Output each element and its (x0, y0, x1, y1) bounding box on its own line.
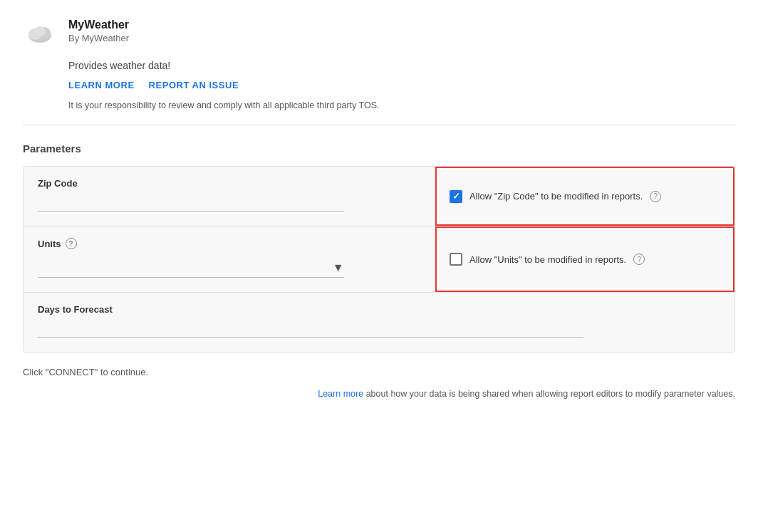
param-row-units: Units ? ▼ ✓ Allow "Units" to be modified… (24, 226, 734, 293)
app-header: MyWeather By MyWeather (23, 17, 735, 51)
units-help-icon[interactable]: ? (66, 238, 77, 249)
zipcode-allow-checkbox[interactable]: ✓ Allow "Zip Code" to be modified in rep… (450, 190, 661, 203)
zipcode-right-help-icon[interactable]: ? (650, 191, 661, 202)
report-issue-link[interactable]: REPORT AN ISSUE (149, 80, 239, 90)
svg-point-3 (34, 26, 46, 36)
checkmark-zipcode: ✓ (452, 192, 460, 201)
footer-note: Learn more about how your data is being … (23, 389, 735, 399)
param-label-zipcode: Zip Code (38, 178, 420, 189)
param-right-zipcode: ✓ Allow "Zip Code" to be modified in rep… (435, 167, 734, 226)
parameters-title: Parameters (23, 142, 735, 155)
param-left-units: Units ? ▼ (24, 226, 435, 292)
param-label-text-zipcode: Zip Code (38, 178, 78, 189)
section-divider (23, 125, 735, 125)
app-info: MyWeather By MyWeather (68, 17, 129, 43)
app-title: MyWeather (68, 17, 129, 33)
tos-text: It is your responsibility to review and … (23, 100, 735, 110)
zipcode-checkbox-box[interactable]: ✓ (450, 190, 462, 203)
param-left-zipcode: Zip Code (24, 167, 435, 226)
param-label-units: Units ? (38, 238, 420, 249)
units-allow-checkbox[interactable]: ✓ Allow "Units" to be modified in report… (450, 253, 645, 266)
dropdown-arrow-units: ▼ (333, 261, 344, 274)
param-right-units: ✓ Allow "Units" to be modified in report… (435, 226, 734, 292)
param-row-days: Days to Forecast (24, 293, 734, 352)
param-label-text-units: Units (38, 239, 61, 249)
days-input[interactable] (38, 323, 583, 338)
learn-more-link[interactable]: LEARN MORE (68, 80, 135, 90)
units-dropdown[interactable]: ▼ (38, 258, 344, 278)
app-description: Provides weather data! (23, 60, 735, 71)
param-label-text-days: Days to Forecast (38, 304, 113, 315)
footer-learn-more-link[interactable]: Learn more (318, 389, 363, 399)
app-links: LEARN MORE REPORT AN ISSUE (23, 80, 735, 90)
zipcode-checkbox-label: Allow "Zip Code" to be modified in repor… (469, 191, 643, 202)
units-checkbox-label: Allow "Units" to be modified in reports. (469, 254, 626, 265)
param-row-zipcode: Zip Code ✓ Allow "Zip Code" to be modifi… (24, 167, 734, 226)
param-left-days: Days to Forecast (24, 293, 734, 352)
parameters-container: Zip Code ✓ Allow "Zip Code" to be modifi… (23, 166, 735, 353)
cloud-icon (23, 17, 57, 51)
footer-note-text: about how your data is being shared when… (366, 389, 735, 399)
app-subtitle: By MyWeather (68, 33, 129, 43)
units-right-help-icon[interactable]: ? (633, 254, 645, 265)
connect-instruction: Click "CONNECT" to continue. (23, 367, 735, 377)
zipcode-input[interactable] (38, 197, 344, 212)
units-checkbox-box[interactable]: ✓ (450, 253, 462, 266)
param-label-days: Days to Forecast (38, 304, 720, 315)
